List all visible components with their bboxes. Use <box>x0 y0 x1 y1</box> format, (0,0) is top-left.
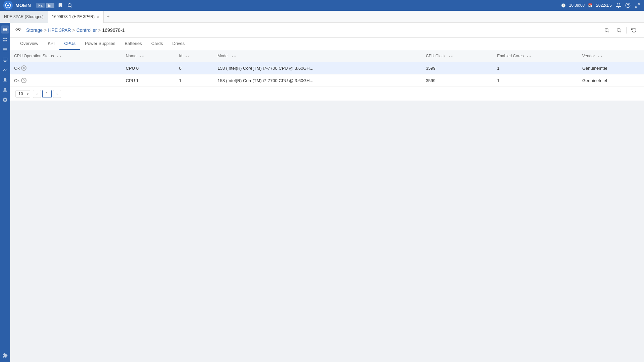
main-layout: 👁 Storage > HPE 3PAR > Controller > 1699… <box>0 23 644 362</box>
calendar-icon: 📅 <box>588 3 593 8</box>
current-page-display: 1 <box>42 90 52 98</box>
sidebar-item-chart[interactable] <box>1 66 9 74</box>
cell-name: CPU 1 <box>122 74 175 87</box>
sort-arrows-name: ▲▼ <box>139 55 144 58</box>
search-topbar-icon[interactable] <box>66 2 73 9</box>
cell-vendor: GenuineIntel <box>578 74 644 87</box>
tab-bar: HPE 3PAR (Storages) 1699678-1 (HPE 3PAR)… <box>0 11 644 23</box>
lang-en-button[interactable]: En <box>46 3 54 8</box>
breadcrumb-container: 👁 Storage > HPE 3PAR > Controller > 1699… <box>15 26 125 34</box>
svg-point-7 <box>617 28 620 31</box>
cell-enabled-cores: 1 <box>493 74 578 87</box>
status-detail-icon[interactable]: ↻ <box>21 65 27 71</box>
sidebar-item-group[interactable] <box>1 36 9 44</box>
cell-cpu-op-status: Ok ↻ <box>10 74 122 87</box>
app-logo <box>3 1 13 10</box>
breadcrumb: Storage > HPE 3PAR > Controller > 169967… <box>26 27 125 33</box>
tab-kpi[interactable]: KPI <box>43 38 59 50</box>
tab-cards[interactable]: Cards <box>147 38 168 50</box>
table-row[interactable]: Ok ↻CPU 11158 (Intel(R) Core(TM) i7-7700… <box>10 74 644 87</box>
breadcrumb-bar: 👁 Storage > HPE 3PAR > Controller > 1699… <box>10 23 644 38</box>
col-cpu-op-status[interactable]: CPU Operation Status ▲▼ <box>10 50 122 62</box>
breadcrumb-actions <box>602 25 639 35</box>
col-cpu-clock[interactable]: CPU Clock ▲▼ <box>422 50 493 62</box>
col-model[interactable]: Model ▲▼ <box>213 50 422 62</box>
notification-icon[interactable] <box>615 2 622 9</box>
tab-power-supplies[interactable]: Power Supplies <box>80 38 120 50</box>
table-row[interactable]: Ok ↻CPU 00158 (Intel(R) Core(TM) i7-7700… <box>10 62 644 74</box>
breadcrumb-storage[interactable]: Storage <box>26 27 43 33</box>
cell-cpu-clock: 3599 <box>422 62 493 74</box>
date-display: 2022/1/5 <box>596 3 612 8</box>
next-page-button[interactable]: › <box>53 90 61 98</box>
col-vendor[interactable]: Vendor ▲▼ <box>578 50 644 62</box>
sidebar-item-list[interactable] <box>1 46 9 54</box>
table-area: CPU Operation Status ▲▼ Name ▲▼ Id ▲▼ <box>10 50 644 362</box>
pagination-nav: ‹ 1 › <box>33 90 61 98</box>
tab-hpe3par-storages[interactable]: HPE 3PAR (Storages) <box>0 11 48 23</box>
svg-point-1 <box>68 4 71 7</box>
sidebar <box>0 23 10 362</box>
topbar-left: MOEIN Fa En <box>3 1 73 10</box>
col-name[interactable]: Name ▲▼ <box>122 50 175 62</box>
page-size-wrapper: 10 25 50 <box>15 90 30 98</box>
status-ok-label: Ok <box>14 78 20 83</box>
subnav: Overview KPI CPUs Power Supplies Batteri… <box>10 38 644 50</box>
cell-cpu-op-status: Ok ↻ <box>10 62 122 74</box>
table-body: Ok ↻CPU 00158 (Intel(R) Core(TM) i7-7700… <box>10 62 644 87</box>
sidebar-item-bell[interactable] <box>1 76 9 84</box>
tab-batteries[interactable]: Batteries <box>120 38 146 50</box>
topbar: MOEIN Fa En 🕙 10:39:08 📅 2022/1/5 <box>0 0 644 11</box>
search-icon[interactable] <box>614 25 624 35</box>
zoom-fit-icon[interactable] <box>602 25 611 35</box>
svg-line-8 <box>620 31 621 32</box>
clock-icon: 🕙 <box>561 3 566 8</box>
cpu-table: CPU Operation Status ▲▼ Name ▲▼ Id ▲▼ <box>10 50 644 87</box>
table-header-row: CPU Operation Status ▲▼ Name ▲▼ Id ▲▼ <box>10 50 644 62</box>
svg-line-2 <box>71 6 72 7</box>
refresh-icon[interactable] <box>629 25 639 35</box>
topbar-action-icons <box>615 2 641 9</box>
tab-close-button[interactable]: × <box>97 14 99 19</box>
breadcrumb-hpe3par[interactable]: HPE 3PAR <box>48 27 71 33</box>
lang-switcher: Fa En <box>36 3 54 8</box>
cell-id: 0 <box>175 62 214 74</box>
tab-cpus[interactable]: CPUs <box>59 38 80 50</box>
cell-name: CPU 0 <box>122 62 175 74</box>
sidebar-item-user[interactable] <box>1 86 9 94</box>
tab-overview[interactable]: Overview <box>15 38 43 50</box>
status-detail-icon[interactable]: ↻ <box>21 78 27 83</box>
tab-label: HPE 3PAR (Storages) <box>4 14 44 19</box>
sidebar-item-eye[interactable] <box>1 25 9 34</box>
cell-vendor: GenuineIntel <box>578 62 644 74</box>
tab-drives[interactable]: Drives <box>167 38 189 50</box>
sort-arrows-model: ▲▼ <box>231 55 236 58</box>
sidebar-item-monitor[interactable] <box>1 56 9 64</box>
sidebar-item-gear[interactable] <box>1 96 9 104</box>
sort-arrows-cores: ▲▼ <box>526 55 532 58</box>
status-ok-label: Ok <box>14 66 20 71</box>
time-display: 10:39:08 <box>569 3 585 8</box>
help-icon[interactable] <box>625 2 631 9</box>
tab-add-button[interactable]: + <box>104 14 112 20</box>
breadcrumb-divider <box>626 27 627 34</box>
col-id[interactable]: Id ▲▼ <box>175 50 214 62</box>
breadcrumb-controller[interactable]: Controller <box>77 27 97 33</box>
svg-line-5 <box>608 31 609 32</box>
pagination-bar: 10 25 50 ‹ 1 › <box>10 87 644 101</box>
bookmark-icon[interactable] <box>57 2 64 9</box>
sort-arrows-clock: ▲▼ <box>448 55 453 58</box>
cell-enabled-cores: 1 <box>493 62 578 74</box>
breadcrumb-current: 1699678-1 <box>102 27 125 33</box>
page-size-select[interactable]: 10 25 50 <box>15 90 30 98</box>
prev-page-button[interactable]: ‹ <box>33 90 41 98</box>
cell-cpu-clock: 3599 <box>422 74 493 87</box>
breadcrumb-eye-icon[interactable]: 👁 <box>15 26 21 34</box>
cell-model: 158 (Intel(R) Core(TM) i7-7700 CPU @ 3.6… <box>213 62 422 74</box>
expand-icon[interactable] <box>634 2 641 9</box>
tab-1699678-hpe3par[interactable]: 1699678-1 (HPE 3PAR) × <box>48 11 104 23</box>
topbar-right: 🕙 10:39:08 📅 2022/1/5 <box>561 2 641 9</box>
lang-fa-button[interactable]: Fa <box>36 3 45 8</box>
col-enabled-cores[interactable]: Enabled Cores ▲▼ <box>493 50 578 62</box>
sidebar-item-plugin[interactable] <box>1 351 9 359</box>
